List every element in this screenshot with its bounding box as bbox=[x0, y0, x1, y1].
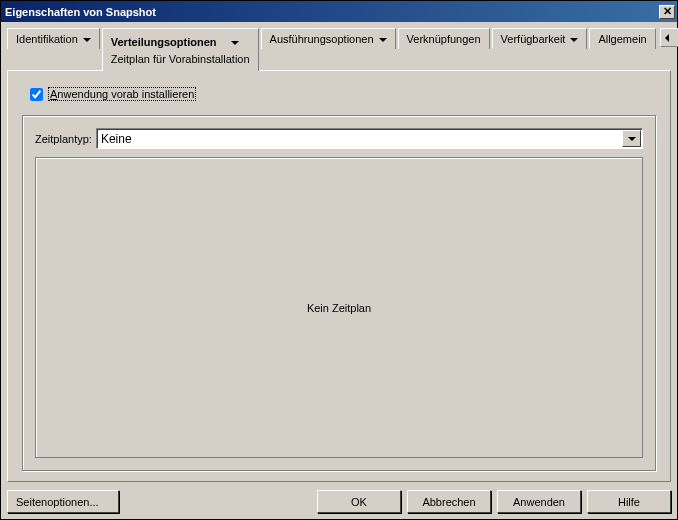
window-title: Eigenschaften von Snapshot bbox=[5, 6, 659, 18]
button-label: Abbrechen bbox=[422, 496, 475, 508]
ok-button[interactable]: OK bbox=[317, 490, 401, 513]
preinstall-row: Anwendung vorab installieren bbox=[30, 87, 656, 101]
tab-label: Verknüpfungen bbox=[407, 33, 481, 45]
chevron-down-icon bbox=[83, 38, 91, 42]
tab-availability[interactable]: Verfügbarkeit bbox=[492, 28, 588, 49]
tab-label: Verteilungsoptionen bbox=[111, 36, 217, 48]
page-options-button[interactable]: Seitenoptionen... bbox=[7, 490, 119, 513]
button-label: Hilfe bbox=[618, 496, 640, 508]
tabstrip-row: Identifikation Verteilungsoptionen Zeitp… bbox=[7, 28, 671, 70]
tab-sublabel: Zeitplan für Vorabinstallation bbox=[111, 53, 250, 65]
tab-general[interactable]: Allgemein bbox=[589, 28, 655, 49]
button-label: Seitenoptionen... bbox=[16, 496, 99, 508]
tab-label: Ausführungsoptionen bbox=[270, 33, 374, 45]
tab-links[interactable]: Verknüpfungen bbox=[398, 28, 490, 49]
preinstall-label[interactable]: Anwendung vorab installieren bbox=[48, 87, 196, 101]
tab-scroll-left[interactable] bbox=[661, 29, 674, 46]
preinstall-checkbox[interactable] bbox=[30, 88, 43, 101]
tab-label: Allgemein bbox=[598, 33, 646, 45]
titlebar: Eigenschaften von Snapshot ✕ bbox=[1, 1, 677, 22]
chevron-down-icon bbox=[231, 41, 239, 45]
schedule-plan-area: Kein Zeitplan bbox=[35, 157, 643, 458]
schedule-group: Zeitplantyp: Keine Kein Zeitplan bbox=[22, 115, 656, 471]
help-button[interactable]: Hilfe bbox=[587, 490, 671, 513]
tab-scroll-right[interactable] bbox=[674, 29, 678, 46]
button-label: Anwenden bbox=[513, 496, 565, 508]
tab-distribution-options[interactable]: Verteilungsoptionen Zeitplan für Vorabin… bbox=[102, 28, 259, 71]
cancel-button[interactable]: Abbrechen bbox=[407, 490, 491, 513]
tab-label: Identifikation bbox=[16, 33, 78, 45]
close-button[interactable]: ✕ bbox=[659, 5, 675, 19]
chevron-down-icon bbox=[570, 38, 578, 42]
schedule-type-value: Keine bbox=[97, 129, 621, 148]
close-icon: ✕ bbox=[663, 6, 672, 17]
chevron-down-icon bbox=[379, 38, 387, 42]
tab-execution-options[interactable]: Ausführungsoptionen bbox=[261, 28, 396, 49]
schedule-type-combo[interactable]: Keine bbox=[96, 128, 643, 149]
dialog-button-row: Seitenoptionen... OK Abbrechen Anwenden … bbox=[7, 482, 671, 513]
client-area: Identifikation Verteilungsoptionen Zeitp… bbox=[1, 22, 677, 519]
button-label: OK bbox=[351, 496, 367, 508]
tab-identification[interactable]: Identifikation bbox=[7, 28, 100, 49]
apply-button[interactable]: Anwenden bbox=[497, 490, 581, 513]
tab-label: Verfügbarkeit bbox=[501, 33, 566, 45]
tabstrip: Identifikation Verteilungsoptionen Zeitp… bbox=[7, 28, 658, 70]
schedule-plan-empty-text: Kein Zeitplan bbox=[307, 302, 371, 314]
chevron-down-icon[interactable] bbox=[622, 130, 641, 147]
tab-page: Anwendung vorab installieren Zeitplantyp… bbox=[7, 70, 671, 482]
tab-scroll-arrows bbox=[660, 28, 678, 47]
schedule-type-row: Zeitplantyp: Keine bbox=[35, 128, 643, 149]
dialog-window: Eigenschaften von Snapshot ✕ Identifikat… bbox=[0, 0, 678, 520]
spacer bbox=[125, 490, 311, 513]
schedule-type-label: Zeitplantyp: bbox=[35, 133, 92, 145]
